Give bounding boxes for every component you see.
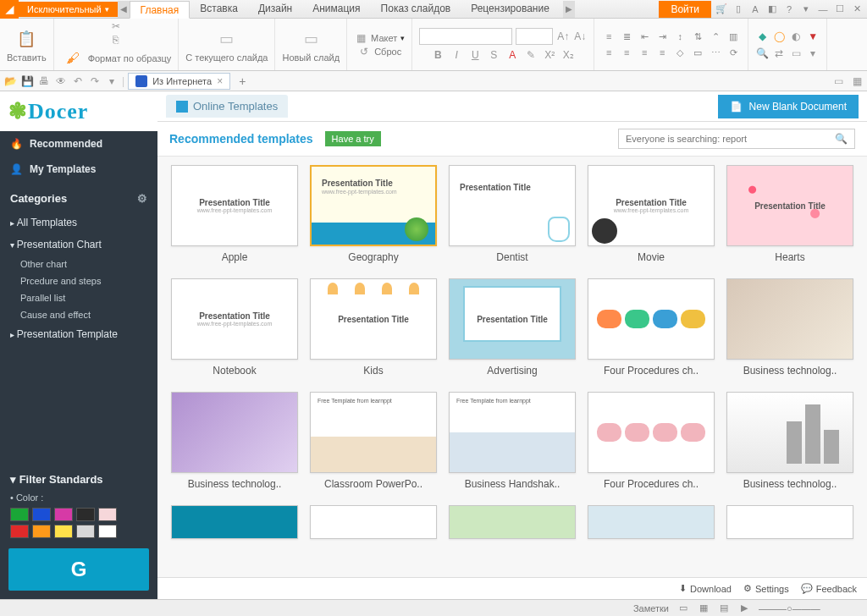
settings-button[interactable]: ⚙Settings [743, 583, 789, 594]
tree-presentation-template[interactable]: Presentation Template [0, 323, 157, 345]
italic-icon[interactable]: I [450, 48, 463, 62]
template-thumb[interactable] [588, 392, 715, 473]
tree-sub-cause[interactable]: Cause and effect [0, 306, 157, 323]
underline-icon[interactable]: U [468, 48, 482, 62]
view-reading-icon[interactable]: ▤ [718, 602, 730, 614]
template-card[interactable]: Free Template from learnpptClassroom Pow… [310, 392, 437, 490]
template-thumb[interactable] [171, 392, 298, 473]
print-icon[interactable]: 🖶 [37, 74, 51, 88]
color-swatch[interactable] [54, 525, 73, 538]
line-spacing-icon[interactable]: ↕ [672, 30, 688, 43]
feedback-button[interactable]: 💬Feedback [801, 583, 857, 594]
search-icon[interactable]: 🔍 [828, 133, 854, 145]
view-slideshow-icon[interactable]: ▶ [738, 602, 750, 614]
shape-outline-icon[interactable]: ◯ [772, 30, 786, 43]
template-card[interactable]: Presentation TitleDentist [449, 165, 576, 263]
select-icon[interactable]: ▭ [789, 47, 803, 60]
download-button[interactable]: ⬇Download [679, 583, 732, 594]
template-thumb[interactable]: Presentation Title [449, 278, 576, 360]
color-swatch[interactable] [76, 508, 95, 521]
skin-icon[interactable]: ◧ [765, 3, 779, 16]
tree-presentation-chart[interactable]: Presentation Chart [0, 234, 157, 256]
new-blank-doc-button[interactable]: 📄 New Blank Document [718, 95, 859, 118]
redo-icon[interactable]: ↷ [88, 74, 102, 88]
template-thumb[interactable] [310, 505, 437, 539]
arrange-icon[interactable]: ▭ [690, 46, 705, 59]
text-dir-icon[interactable]: ⇅ [690, 30, 705, 43]
indent-inc-icon[interactable]: ⇥ [654, 30, 670, 43]
sidebar-item-mytemplates[interactable]: 👤 My Templates [0, 157, 157, 182]
tab-animation[interactable]: Анимация [302, 0, 370, 18]
bullets-icon[interactable]: ≡ [601, 30, 616, 43]
template-thumb[interactable]: Free Template from learnppt [310, 392, 437, 473]
tab-scroll-right[interactable]: ▶ [563, 1, 575, 18]
template-thumb[interactable] [726, 505, 853, 539]
template-card[interactable]: Presentation Titlewww.free-ppt-templates… [310, 165, 437, 263]
layout-button[interactable]: ▦ Макет▾ [354, 31, 405, 45]
template-card[interactable]: Presentation Titlewww.free-ppt-templates… [171, 278, 298, 377]
template-card[interactable]: Presentation Titlewww.free-ppt-templates… [588, 165, 715, 263]
color-swatch[interactable] [98, 508, 117, 521]
font-color-icon[interactable]: A [505, 48, 519, 62]
color-swatch[interactable] [32, 525, 51, 538]
doc-icon[interactable]: ▯ [732, 3, 745, 16]
template-thumb[interactable] [449, 505, 576, 539]
color-swatch[interactable] [54, 508, 73, 521]
save-icon[interactable]: 💾 [20, 74, 34, 88]
template-card[interactable]: Business technolog.. [726, 278, 853, 377]
shape-icon[interactable]: ◇ [672, 46, 688, 59]
columns-icon[interactable]: ▥ [726, 30, 741, 43]
chevron-down-icon[interactable]: ▾ [799, 3, 813, 16]
highlight-icon[interactable]: ✎ [524, 48, 538, 62]
template-card[interactable]: Free Template from learnpptBusiness Hand… [449, 392, 576, 490]
dropdown-icon[interactable]: ▾ [806, 47, 820, 60]
template-thumb[interactable]: Presentation Titlewww.free-ppt-templates… [171, 165, 298, 246]
template-thumb[interactable]: Presentation Title [449, 165, 576, 246]
undo-icon[interactable]: ↶ [71, 74, 85, 88]
superscript-icon[interactable]: X² [543, 48, 556, 62]
tab-review[interactable]: Рецензирование [461, 0, 560, 18]
template-card[interactable] [588, 505, 715, 539]
template-thumb[interactable]: Presentation Titlewww.free-ppt-templates… [588, 165, 715, 246]
font-family-select[interactable] [419, 28, 512, 45]
align-right-icon[interactable]: ≡ [637, 46, 652, 59]
template-card[interactable] [726, 505, 853, 539]
cut-icon[interactable]: ✂ [109, 19, 123, 33]
tab-design[interactable]: Дизайн [248, 0, 302, 18]
copy-icon[interactable]: ⎘ [109, 33, 123, 47]
template-card[interactable] [449, 505, 576, 539]
template-thumb[interactable]: Presentation Titlewww.free-ppt-templates… [310, 165, 437, 246]
login-button[interactable]: Войти [659, 1, 711, 18]
template-thumb[interactable] [588, 505, 715, 539]
format-painter-button[interactable]: 🖌 Формат по образцу [61, 47, 172, 70]
subscript-icon[interactable]: X₂ [561, 48, 575, 62]
color-swatch[interactable] [10, 525, 29, 538]
online-templates-tab[interactable]: Online Templates [166, 95, 288, 118]
qa-more-icon[interactable]: ▾ [105, 74, 119, 88]
cart-icon[interactable]: 🛒 [715, 3, 728, 16]
template-card[interactable]: Business technolog.. [171, 392, 298, 490]
template-card[interactable]: Presentation Titlewww.free-ppt-templates… [171, 165, 298, 263]
search-box[interactable]: 🔍 [618, 129, 855, 149]
exclusive-badge[interactable]: Исключительный ▾ [19, 2, 118, 17]
template-thumb[interactable] [171, 505, 298, 539]
from-current-button[interactable]: ▭ С текущего слайда [185, 27, 268, 63]
font-size-select[interactable] [516, 28, 553, 45]
align-center-icon[interactable]: ≡ [619, 46, 634, 59]
maximize-icon[interactable]: ☐ [833, 3, 847, 16]
close-icon[interactable]: ✕ [850, 3, 864, 16]
document-tab[interactable]: Из Интернета × [128, 73, 230, 90]
reset-button[interactable]: ↺ Сброс [357, 45, 401, 58]
tree-all-templates[interactable]: All Templates [0, 212, 157, 234]
template-grid-wrap[interactable]: Presentation Titlewww.free-ppt-templates… [157, 157, 867, 577]
shape-fill-icon[interactable]: ◆ [755, 30, 769, 43]
template-card[interactable]: Presentation TitleAdvertising [449, 278, 576, 377]
find-icon[interactable]: 🔍 [755, 47, 769, 60]
zoom-slider[interactable]: ———○——— [759, 603, 860, 613]
color-swatch[interactable] [32, 508, 51, 521]
template-thumb[interactable]: Presentation Titlewww.free-ppt-templates… [171, 278, 298, 360]
align-top-icon[interactable]: ⌃ [708, 30, 723, 43]
search-input[interactable] [619, 134, 828, 144]
tab-insert[interactable]: Вставка [190, 0, 248, 18]
tab-slideshow[interactable]: Показ слайдов [371, 0, 461, 18]
